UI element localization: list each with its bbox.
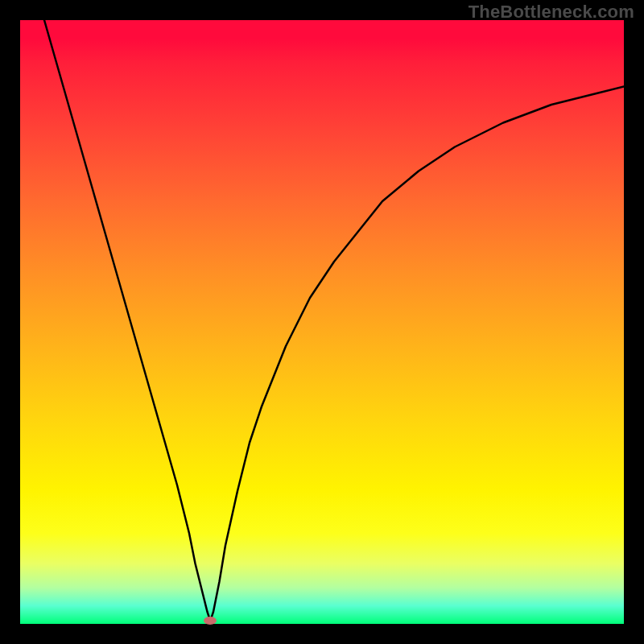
plot-area — [20, 20, 624, 624]
watermark-text: TheBottleneck.com — [469, 2, 634, 23]
optimal-point-marker — [204, 617, 217, 625]
chart-frame: TheBottleneck.com — [0, 0, 644, 644]
bottleneck-curve — [20, 20, 624, 624]
